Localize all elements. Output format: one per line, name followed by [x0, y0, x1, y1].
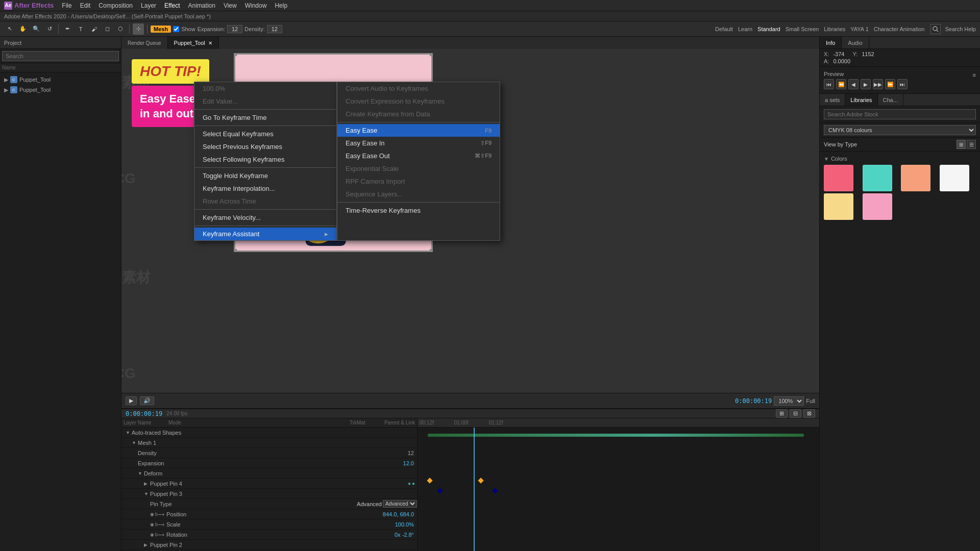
context-menu[interactable]: 100.0% Edit Value... Go To Keyframe Time…: [194, 82, 337, 241]
preview-settings-icon[interactable]: ≡: [973, 72, 976, 78]
tl-ctrl-3[interactable]: ⊠: [803, 409, 815, 418]
tab-audio[interactable]: Audio: [842, 37, 869, 48]
arrow-pin4[interactable]: ▶: [144, 481, 149, 486]
comp-tab-queue[interactable]: Render Queue: [121, 37, 168, 49]
ctx-toggle-hold[interactable]: Toggle Hold Keyframe: [194, 169, 336, 182]
density-input[interactable]: [267, 25, 282, 33]
ctx-select-following[interactable]: Select Following Keyframes: [194, 153, 336, 166]
tool-rotate[interactable]: ↺: [44, 23, 55, 35]
ctx-keyframe-assistant[interactable]: Keyframe Assistant: [194, 228, 336, 240]
layer-val-rotation[interactable]: 0x -2.8°: [381, 532, 417, 538]
color-preset-select[interactable]: CMYK 08 colours: [824, 125, 976, 135]
swatch-0[interactable]: [824, 165, 853, 191]
handle-tr[interactable]: [430, 53, 433, 56]
arrow-pin3[interactable]: ▼: [144, 491, 149, 496]
handle-br[interactable]: [430, 249, 433, 252]
pos-stopwatch[interactable]: ◉: [150, 512, 154, 517]
prev-next-frame[interactable]: ▶▶: [873, 79, 883, 89]
ctx-velocity[interactable]: Keyframe Velocity...: [194, 211, 336, 224]
prev-last[interactable]: ⏭: [897, 79, 908, 89]
layer-val-scale[interactable]: 100.0%: [381, 521, 417, 528]
project-item-1[interactable]: ▶ C Puppet_Tool: [0, 85, 121, 95]
kf-3[interactable]: [478, 478, 483, 483]
swatch-2[interactable]: [901, 165, 930, 191]
layer-val-position[interactable]: 844.0, 684.0: [381, 511, 417, 517]
sub-easy-ease-in[interactable]: Easy Ease In ⇧F9: [337, 137, 500, 149]
workspace-learn[interactable]: Learn: [738, 26, 752, 32]
libs-tab-libraries[interactable]: Libraries: [845, 94, 877, 106]
menu-help[interactable]: Help: [275, 2, 287, 9]
tool-eraser[interactable]: ◻: [102, 23, 113, 35]
arrow-deform[interactable]: ▼: [138, 471, 143, 476]
show-checkbox[interactable]: [173, 26, 179, 32]
tl-ctrl-2[interactable]: ⊟: [790, 409, 801, 418]
tool-zoom[interactable]: 🔍: [31, 23, 42, 35]
view-list-btn[interactable]: ☰: [967, 140, 976, 149]
libs-tab-assets[interactable]: a sets: [820, 94, 845, 106]
menu-animation[interactable]: Animation: [188, 2, 215, 9]
context-submenu[interactable]: Convert Audio to Keyframes Convert Expre…: [337, 82, 500, 241]
handle-tl[interactable]: [234, 53, 237, 56]
menu-effect[interactable]: Effect: [164, 2, 180, 9]
sub-time-reverse[interactable]: Time-Reverse Keyframes: [337, 204, 500, 217]
workspace-default[interactable]: Default: [715, 26, 733, 32]
arrow-pin2[interactable]: ▶: [144, 542, 149, 547]
workspace-small-screen[interactable]: Small Screen: [786, 26, 819, 32]
tool-brush[interactable]: 🖌: [88, 23, 100, 35]
tool-pen[interactable]: ✒: [62, 23, 73, 35]
menu-edit[interactable]: Edit: [80, 2, 91, 9]
tab-info[interactable]: Info: [820, 37, 842, 48]
view-grid-btn[interactable]: ⊞: [957, 140, 966, 149]
project-search-input[interactable]: [2, 51, 119, 61]
workspace-libraries[interactable]: Libraries: [824, 26, 845, 32]
sub-easy-ease[interactable]: Easy Ease F9: [337, 124, 500, 137]
libs-tab-channels[interactable]: Cha...: [878, 94, 903, 106]
prev-first[interactable]: ⏮: [824, 79, 834, 89]
prev-back[interactable]: ⏪: [836, 79, 846, 89]
ctrl-preview-btn[interactable]: ▶: [126, 396, 137, 405]
stock-search-input[interactable]: [824, 109, 976, 119]
prev-forward[interactable]: ⏩: [885, 79, 895, 89]
swatch-1[interactable]: [863, 165, 892, 191]
menu-window[interactable]: Window: [245, 2, 267, 9]
menu-file[interactable]: File: [62, 2, 71, 9]
ctrl-audio-btn[interactable]: 🔊: [140, 396, 154, 405]
tool-puppet[interactable]: ⊹: [133, 23, 144, 35]
workspace-yaya[interactable]: YAYA 1: [850, 26, 868, 32]
ctx-goto-keyframe[interactable]: Go To Keyframe Time: [194, 111, 336, 124]
kf-1[interactable]: [427, 478, 432, 483]
ctx-interpolation[interactable]: Keyframe Interpolation...: [194, 182, 336, 195]
prev-prev-frame[interactable]: ◀: [848, 79, 859, 89]
swatch-3[interactable]: [940, 165, 969, 191]
expansion-input[interactable]: [227, 25, 242, 33]
rot-stopwatch[interactable]: ◉: [150, 532, 154, 537]
menu-composition[interactable]: Composition: [99, 2, 133, 9]
menu-layer[interactable]: Layer: [141, 2, 156, 9]
search-icon[interactable]: [930, 24, 941, 34]
kf-2[interactable]: [437, 488, 443, 493]
arrow-1[interactable]: ▼: [132, 440, 137, 445]
ctx-select-equal[interactable]: Select Equal Keyframes: [194, 128, 336, 140]
tool-text[interactable]: T: [75, 23, 86, 35]
playhead[interactable]: [474, 428, 475, 551]
project-item-0[interactable]: ▶ C Puppet_Tool: [0, 74, 121, 85]
tool-stamp[interactable]: ⬡: [115, 23, 126, 35]
swatch-5[interactable]: [863, 193, 892, 220]
handle-bl[interactable]: [234, 249, 237, 252]
sub-easy-ease-out[interactable]: Easy Ease Out ⌘⇧F9: [337, 149, 500, 162]
workspace-standard[interactable]: Standard: [757, 26, 780, 32]
scale-stopwatch[interactable]: ◉: [150, 522, 154, 527]
comp-tab-puppet[interactable]: Puppet_Tool ✕: [168, 37, 219, 49]
kf-4[interactable]: [492, 488, 498, 493]
workspace-char-anim[interactable]: Character Animation: [874, 26, 925, 32]
zoom-select[interactable]: 100%: [774, 396, 804, 406]
tool-select[interactable]: ↖: [4, 23, 15, 35]
pintype-select[interactable]: Advanced: [383, 500, 417, 508]
tool-hand[interactable]: ✋: [17, 23, 29, 35]
arrow-0[interactable]: ▼: [126, 430, 131, 435]
menu-view[interactable]: View: [224, 2, 237, 9]
colors-expand[interactable]: ▼: [824, 156, 829, 162]
prev-play[interactable]: ▶: [861, 79, 871, 89]
ctx-select-prev[interactable]: Select Previous Keyframes: [194, 140, 336, 153]
tl-ctrl-1[interactable]: ⊞: [776, 409, 788, 418]
